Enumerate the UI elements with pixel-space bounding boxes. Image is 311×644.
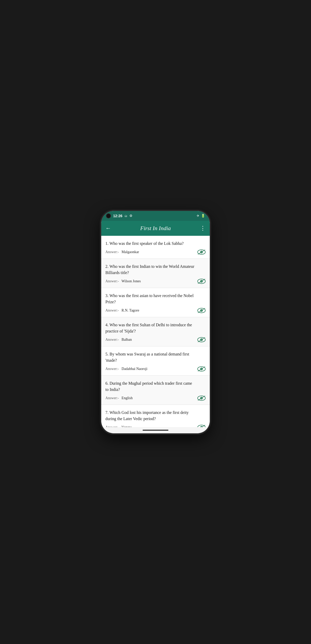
app-bar: ← First In India ⋮ (101, 221, 210, 236)
answer-text-3: Answer:- R.N. Tagore (105, 308, 139, 313)
eye-icon-1[interactable] (197, 249, 206, 255)
question-5: 5. By whom was Swaraj as a national dema… (105, 351, 206, 363)
answer-row-2: Answer:- Wilson Jones (105, 278, 206, 284)
eye-icon-7[interactable] (197, 425, 206, 427)
page-title: First In India (115, 225, 196, 232)
answer-row-7: Answer:- Varuna (105, 425, 206, 427)
status-left: 12:26 🗂 ⚙ (106, 213, 133, 218)
qa-item-2: 2. Who was the first Indian to win the W… (101, 259, 210, 288)
status-time: 12:26 (113, 214, 122, 218)
menu-button[interactable]: ⋮ (200, 225, 206, 232)
qa-item-4: 4. Who was the first Sultan of Delhi to … (101, 317, 210, 346)
answer-text-6: Answer:- English (105, 396, 133, 400)
phone-shell: 12:26 🗂 ⚙ ✈ 🔋 ← First In India ⋮ 1. Who … (101, 211, 210, 433)
battery-icon: 🔋 (201, 214, 205, 218)
answer-row-5: Answer:- Dadabhai Naoroji (105, 366, 206, 372)
eye-icon-4[interactable] (197, 337, 206, 343)
question-7: 7. Which God lost his importance as the … (105, 410, 206, 422)
question-2: 2. Who was the first Indian to win the W… (105, 263, 206, 276)
eye-icon-2[interactable] (197, 278, 206, 284)
answer-row-4: Answer:- Balban (105, 337, 206, 343)
status-bar: 12:26 🗂 ⚙ ✈ 🔋 (101, 211, 210, 221)
qa-item-3: 3. Who was the first asian to have recei… (101, 288, 210, 317)
qa-item-7: 7. Which God lost his importance as the … (101, 405, 210, 427)
answer-row-6: Answer:- English (105, 395, 206, 401)
question-6: 6. During the Mughal period which trader… (105, 380, 206, 393)
qa-item-1: 1. Who was the first speaker of the Lok … (101, 236, 210, 259)
camera-icon (106, 213, 111, 218)
back-button[interactable]: ← (105, 225, 111, 232)
eye-icon-6[interactable] (197, 395, 206, 401)
settings-icon: ⚙ (129, 214, 133, 218)
answer-row-3: Answer:- R.N. Tagore (105, 308, 206, 313)
phone-screen: 12:26 🗂 ⚙ ✈ 🔋 ← First In India ⋮ 1. Who … (101, 211, 210, 433)
answer-text-1: Answer:- Malgaonkar (105, 250, 139, 254)
eye-icon-5[interactable] (197, 366, 206, 372)
qa-item-5: 5. By whom was Swaraj as a national dema… (101, 346, 210, 376)
answer-row-1: Answer:- Malgaonkar (105, 249, 206, 255)
answer-text-4: Answer:- Balban (105, 338, 132, 342)
home-indicator (143, 430, 168, 431)
sim-icon: 🗂 (125, 214, 127, 217)
qa-item-6: 6. During the Mughal period which trader… (101, 376, 210, 405)
eye-icon-3[interactable] (197, 308, 206, 313)
answer-text-7: Answer:- Varuna (105, 425, 132, 427)
question-3: 3. Who was the first asian to have recei… (105, 293, 206, 305)
question-1: 1. Who was the first speaker of the Lok … (105, 240, 206, 247)
status-icons: ✈ 🔋 (197, 214, 205, 218)
home-bar (101, 427, 210, 433)
airplane-icon: ✈ (197, 214, 199, 218)
content-area[interactable]: 1. Who was the first speaker of the Lok … (101, 236, 210, 427)
answer-text-2: Answer:- Wilson Jones (105, 279, 141, 283)
question-4: 4. Who was the first Sultan of Delhi to … (105, 322, 206, 334)
answer-text-5: Answer:- Dadabhai Naoroji (105, 367, 147, 371)
